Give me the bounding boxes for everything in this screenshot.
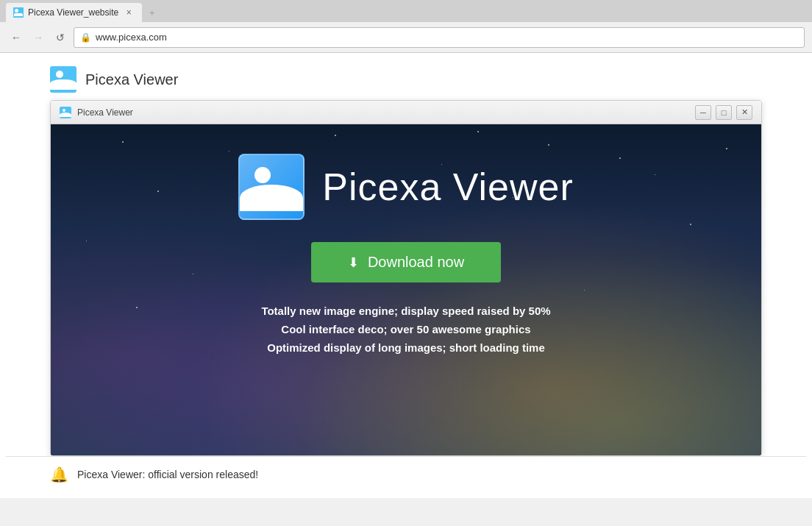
address-text: www.picexa.com [96, 32, 167, 43]
feature-item-2: Cool interface deco; over 50 awesome gra… [261, 323, 550, 335]
app-body: Picexa Viewer ⬇ Download now Totally new… [51, 124, 761, 455]
download-icon: ⬇ [348, 255, 359, 271]
app-titlebar: Picexa Viewer ─ □ ✕ [51, 101, 761, 124]
notification-bar: 🔔 Picexa Viewer: official version releas… [6, 456, 806, 492]
features-section: Totally new image engine; display speed … [261, 305, 550, 360]
notification-text: Picexa Viewer: official version released… [77, 469, 258, 480]
nav-bar: ← → ↺ 🔒 www.picexa.com [0, 22, 812, 53]
site-header: Picexa Viewer [6, 59, 806, 100]
app-window-wrapper: Picexa Viewer ─ □ ✕ [6, 100, 806, 456]
tab-favicon [13, 7, 24, 18]
app-window: Picexa Viewer ─ □ ✕ [50, 100, 762, 456]
app-content: Picexa Viewer ⬇ Download now Totally new… [51, 124, 761, 360]
notification-bell-icon: 🔔 [50, 466, 68, 483]
reload-button[interactable]: ↺ [51, 29, 69, 46]
hero-logo-icon [238, 154, 304, 220]
app-titlebar-icon [60, 107, 71, 118]
page-content: Picexa Viewer Picexa Viewer ─ □ ✕ [0, 53, 812, 498]
address-bar[interactable]: 🔒 www.picexa.com [74, 27, 805, 48]
active-tab[interactable]: Picexa Viewer_website × [6, 3, 142, 22]
download-button-label: Download now [368, 254, 464, 271]
minimize-button[interactable]: ─ [695, 105, 711, 120]
site-logo-icon [50, 66, 76, 93]
back-button[interactable]: ← [7, 29, 25, 46]
tab-bar: Picexa Viewer_website × + [0, 0, 812, 22]
feature-item-1: Totally new image engine; display speed … [261, 305, 550, 317]
app-titlebar-title: Picexa Viewer [77, 107, 695, 118]
feature-item-3: Optimized display of long images; short … [261, 341, 550, 354]
maximize-button[interactable]: □ [716, 105, 732, 120]
tab-title: Picexa Viewer_website [28, 7, 118, 18]
new-tab-button[interactable]: + [143, 4, 170, 22]
download-button[interactable]: ⬇ Download now [311, 242, 501, 282]
address-lock-icon: 🔒 [80, 32, 91, 43]
tab-close-button[interactable]: × [123, 7, 135, 18]
app-titlebar-controls: ─ □ ✕ [695, 105, 752, 120]
hero-title: Picexa Viewer [322, 165, 574, 209]
hero-section: Picexa Viewer [238, 154, 574, 220]
forward-button[interactable]: → [29, 29, 47, 46]
site-title: Picexa Viewer [85, 71, 178, 88]
close-button[interactable]: ✕ [736, 105, 752, 120]
browser-chrome: Picexa Viewer_website × + ← → ↺ 🔒 www.pi… [0, 0, 812, 53]
